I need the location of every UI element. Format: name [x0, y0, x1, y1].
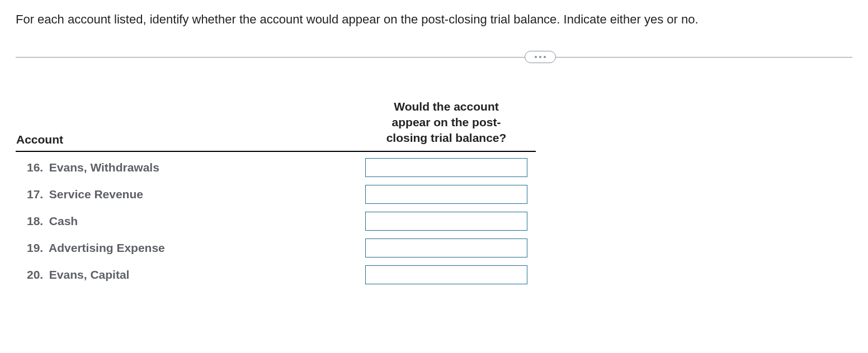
row-number: 17. [27, 188, 46, 201]
column-header-account: Account [16, 98, 357, 151]
row-number: 19. [27, 241, 46, 255]
expand-handle[interactable] [525, 51, 556, 63]
account-cell: 19. Advertising Expense [16, 232, 357, 259]
answer-input-20[interactable] [365, 265, 527, 284]
table-row: 19. Advertising Expense [16, 232, 536, 259]
answer-input-16[interactable] [365, 158, 527, 177]
account-name: Evans, Withdrawals [49, 161, 159, 174]
account-name: Service Revenue [49, 188, 143, 201]
row-number: 16. [27, 161, 46, 174]
column-header-question: Would the account appear on the post- cl… [357, 98, 536, 151]
table-row: 18. Cash [16, 205, 536, 232]
account-cell: 20. Evans, Capital [16, 259, 357, 285]
question-prompt: For each account listed, identify whethe… [16, 11, 852, 28]
account-name: Cash [49, 214, 78, 227]
dot-icon [535, 56, 537, 58]
answer-input-19[interactable] [365, 238, 527, 257]
dot-icon [539, 56, 541, 58]
header-line: appear on the post- [392, 116, 501, 128]
accounts-table: Account Would the account appear on the … [16, 98, 536, 285]
account-name: Evans, Capital [49, 268, 130, 281]
answer-input-18[interactable] [365, 212, 527, 231]
header-line: closing trial balance? [386, 131, 507, 144]
divider-line [16, 57, 852, 58]
table-row: 17. Service Revenue [16, 178, 536, 205]
header-line: Would the account [394, 100, 498, 113]
table-row: 16. Evans, Withdrawals [16, 151, 536, 178]
dot-icon [544, 56, 546, 58]
table-row: 20. Evans, Capital [16, 259, 536, 285]
answer-input-17[interactable] [365, 185, 527, 204]
account-cell: 18. Cash [16, 205, 357, 232]
account-cell: 16. Evans, Withdrawals [16, 151, 357, 178]
row-number: 18. [27, 214, 46, 228]
section-divider [16, 49, 852, 65]
account-cell: 17. Service Revenue [16, 178, 357, 205]
row-number: 20. [27, 268, 46, 282]
account-name: Advertising Expense [49, 241, 165, 254]
